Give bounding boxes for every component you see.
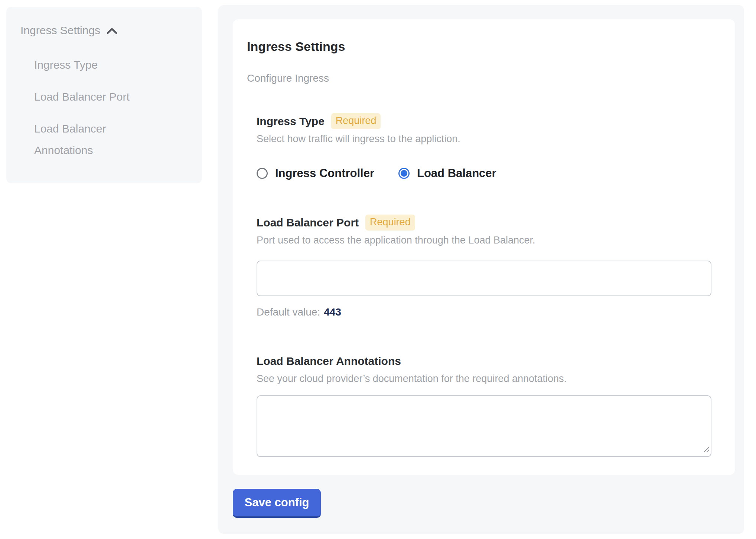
sidebar-item-ingress-type[interactable]: Ingress Type — [34, 54, 146, 76]
load-balancer-annotations-textarea[interactable] — [257, 395, 711, 457]
radio-label: Load Balancer — [417, 167, 496, 180]
sidebar-item-ingress-settings[interactable]: Ingress Settings — [20, 22, 191, 39]
section-load-balancer-annotations: Load Balancer Annotations See your cloud… — [257, 353, 711, 457]
sidebar-sub-list: Ingress Type Load Balancer Port Load Bal… — [34, 54, 146, 161]
sidebar-item-load-balancer-annotations[interactable]: Load Balancer Annotations — [34, 118, 146, 161]
section-title-row: Load Balancer Port Required — [257, 214, 711, 231]
section-load-balancer-port: Load Balancer Port Required Port used to… — [257, 214, 711, 318]
page: Ingress Settings Ingress Type Load Balan… — [0, 0, 756, 539]
required-badge: Required — [331, 113, 381, 129]
default-value-number: 443 — [324, 306, 341, 318]
save-config-button[interactable]: Save config — [233, 489, 321, 518]
settings-sidebar: Ingress Settings Ingress Type Load Balan… — [6, 7, 202, 183]
radio-label: Ingress Controller — [275, 167, 374, 180]
section-description: Select how traffic will ingress to the a… — [257, 133, 711, 145]
ingress-settings-card: Ingress Settings Configure Ingress Ingre… — [233, 19, 735, 475]
section-title-row: Load Balancer Annotations — [257, 353, 711, 369]
page-subtitle: Configure Ingress — [247, 72, 711, 85]
sidebar-item-label: Ingress Settings — [20, 22, 100, 39]
sidebar-item-load-balancer-port[interactable]: Load Balancer Port — [34, 86, 146, 108]
default-value-line: Default value:443 — [257, 306, 711, 318]
main-panel: Ingress Settings Configure Ingress Ingre… — [218, 5, 744, 534]
radio-checked-icon[interactable] — [398, 168, 410, 179]
radio-option-ingress-controller[interactable]: Ingress Controller — [257, 167, 374, 180]
radio-unchecked-icon[interactable] — [257, 168, 268, 179]
section-description: See your cloud provider’s documentation … — [257, 372, 711, 385]
section-title: Ingress Type — [257, 115, 325, 128]
form-sections: Ingress Type Required Select how traffic… — [257, 113, 711, 457]
default-value-label: Default value: — [257, 306, 320, 318]
chevron-up-icon[interactable] — [106, 27, 118, 35]
radio-option-load-balancer[interactable]: Load Balancer — [398, 167, 496, 180]
ingress-type-options: Ingress Controller Load Balancer — [257, 167, 711, 180]
load-balancer-port-input[interactable] — [257, 261, 711, 296]
section-title-row: Ingress Type Required — [257, 113, 711, 130]
page-title: Ingress Settings — [247, 39, 711, 54]
section-description: Port used to access the application thro… — [257, 234, 711, 246]
required-badge: Required — [365, 215, 415, 231]
annotations-textarea-wrap — [257, 395, 711, 457]
section-title: Load Balancer Annotations — [257, 355, 401, 368]
section-title: Load Balancer Port — [257, 216, 359, 229]
section-ingress-type: Ingress Type Required Select how traffic… — [257, 113, 711, 180]
